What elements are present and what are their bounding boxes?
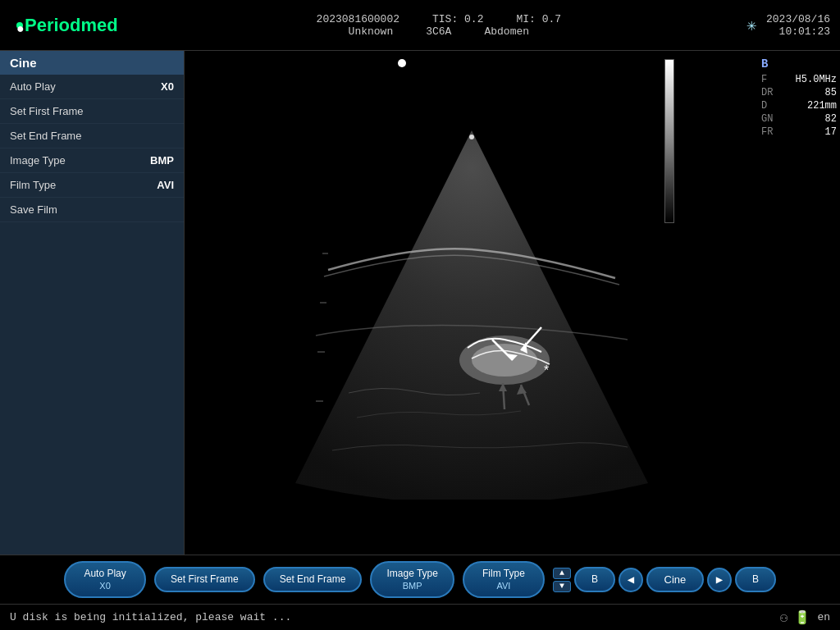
cine-down-arrow[interactable]: ▼ <box>553 581 571 592</box>
ultrasound-image: * <box>250 106 693 500</box>
sidebar-label-film-type: Film Type <box>10 179 56 191</box>
btn-b-right-label: B <box>745 573 766 587</box>
svg-text:*: * <box>544 363 549 377</box>
btn-set-end-frame[interactable]: Set End Frame <box>263 567 363 593</box>
btn-image-type[interactable]: Image Type BMP <box>370 561 454 599</box>
header-row1: 2023081600002 TIS: 0.2 MI: 0.7 <box>317 13 561 25</box>
btn-nav-b-left[interactable]: B <box>574 567 615 593</box>
date-label: 2023/08/16 <box>766 13 830 25</box>
main-area: Cine Auto Play X0 Set First Frame Set En… <box>0 51 840 555</box>
btn-b-left-label: B <box>584 573 605 587</box>
svg-point-16 <box>469 135 474 139</box>
header-row2: Unknown 3C6A Abdomen <box>349 25 529 38</box>
tis: TIS: 0.2 <box>432 13 483 25</box>
sidebar-label-auto-play: Auto Play <box>10 80 56 93</box>
cine-label: Cine <box>646 567 704 592</box>
btn-auto-play-label: Auto Play <box>80 568 130 581</box>
svg-point-2 <box>472 344 537 377</box>
logo-dot: ● <box>16 22 23 29</box>
cine-arrows: ▲ ▼ <box>553 568 571 592</box>
probe-label: 3C6A <box>426 25 451 38</box>
btn-image-type-sub: BMP <box>386 580 437 591</box>
logo: ● Periodmed <box>10 11 125 39</box>
btn-auto-play[interactable]: Auto Play X0 <box>64 561 146 599</box>
btn-set-first-label: Set First Frame <box>171 573 239 587</box>
sidebar-value-image-type: BMP <box>150 154 174 167</box>
sidebar-label-image-type: Image Type <box>10 154 66 167</box>
status-right: ⚇ 🔋 en <box>780 609 830 626</box>
param-fr: FR 17 <box>761 126 837 138</box>
bottom-bar: Auto Play X0 Set First Frame Set End Fra… <box>0 555 840 604</box>
param-d: D 221mm <box>761 100 837 112</box>
sidebar-item-save-film[interactable]: Save Film <box>0 198 184 222</box>
sidebar-value-auto-play: X0 <box>161 80 174 93</box>
mi: MI: 0.7 <box>516 13 561 25</box>
sidebar-label-set-end: Set End Frame <box>10 130 81 142</box>
mode-label: B <box>761 57 837 71</box>
status-bar: U disk is being initialized, please wait… <box>0 604 840 630</box>
white-dot-indicator <box>398 59 406 67</box>
btn-set-end-label: Set End Frame <box>280 573 346 587</box>
btn-auto-play-sub: X0 <box>80 580 130 591</box>
patient-unknown: Unknown <box>349 25 394 38</box>
patient-id: 2023081600002 <box>317 13 399 25</box>
sidebar-item-image-type[interactable]: Image Type BMP <box>0 148 184 173</box>
btn-nav-b-right[interactable]: B <box>735 567 776 593</box>
battery-icon: 🔋 <box>794 609 810 626</box>
time-label: 10:01:23 <box>779 25 830 38</box>
language-label: en <box>817 611 830 623</box>
btn-film-type[interactable]: Film Type AVI <box>463 561 545 599</box>
btn-cine-prev[interactable]: ◀ <box>619 568 643 592</box>
cine-navigation: ▲ ▼ B ◀ Cine ▶ B <box>553 567 776 593</box>
logo-text: Periodmed <box>25 15 118 36</box>
usb-icon: ⚇ <box>780 609 788 626</box>
sidebar-label-set-first: Set First Frame <box>10 105 84 117</box>
sidebar-label-save-film: Save Film <box>10 203 57 216</box>
param-f: F H5.0MHz <box>761 74 837 85</box>
btn-film-type-label: Film Type <box>479 568 528 581</box>
cine-up-arrow[interactable]: ▲ <box>553 568 571 579</box>
btn-film-type-sub: AVI <box>479 580 528 591</box>
param-gn: GN 82 <box>761 113 837 125</box>
sidebar: Cine Auto Play X0 Set First Frame Set En… <box>0 51 185 555</box>
sidebar-value-film-type: AVI <box>157 179 174 191</box>
header-right: 2023/08/16 10:01:23 <box>766 13 830 38</box>
header: ● Periodmed 2023081600002 TIS: 0.2 MI: 0… <box>0 0 840 51</box>
right-panel: B F H5.0MHz DR 85 D 221mm GN 82 FR 17 <box>758 51 840 555</box>
sidebar-item-set-end-frame[interactable]: Set End Frame <box>0 124 184 148</box>
header-center: 2023081600002 TIS: 0.2 MI: 0.7 Unknown 3… <box>141 13 737 38</box>
snowflake-icon: ✳ <box>746 15 756 35</box>
gradient-bar <box>664 59 674 223</box>
sidebar-item-film-type[interactable]: Film Type AVI <box>0 173 184 198</box>
status-message: U disk is being initialized, please wait… <box>10 611 291 623</box>
btn-cine-next[interactable]: ▶ <box>707 568 732 592</box>
sidebar-title: Cine <box>0 51 184 75</box>
param-dr: DR 85 <box>761 87 837 98</box>
region-label: Abdomen <box>484 25 529 38</box>
btn-image-type-label: Image Type <box>386 568 437 581</box>
image-area: * <box>185 51 758 555</box>
sidebar-item-auto-play[interactable]: Auto Play X0 <box>0 75 184 99</box>
btn-set-first-frame[interactable]: Set First Frame <box>154 567 255 593</box>
sidebar-item-set-first-frame[interactable]: Set First Frame <box>0 99 184 124</box>
